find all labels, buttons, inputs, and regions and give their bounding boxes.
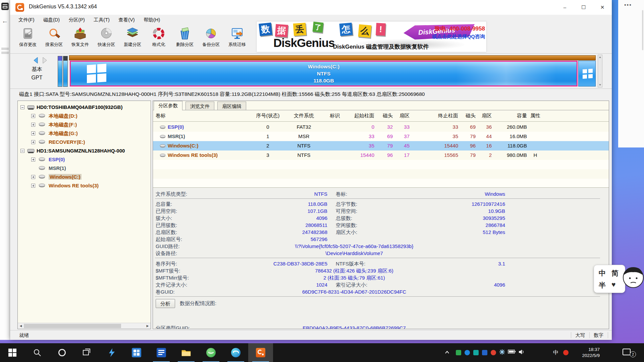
menu-disk[interactable]: 磁盘(D)	[40, 15, 63, 25]
back-arrow-icon: ←	[2, 17, 8, 25]
scroll-right-icon[interactable]: ►	[145, 323, 151, 329]
taskbar-app-diskgenius[interactable]	[248, 343, 273, 362]
partition-filesystem: NTFS	[71, 71, 577, 77]
action-center-button[interactable]: 2	[623, 348, 636, 357]
toolbar: 保存更改 搜索分区 恢复文件 快速分区 新建分区 格式化	[10, 25, 612, 54]
banner-tile: 数	[259, 22, 272, 36]
taskbar-clock[interactable]: 18:37 2022/5/9	[571, 347, 600, 359]
scrollbar	[642, 10, 643, 50]
tree-item-esp[interactable]: ESP(0)	[18, 155, 151, 164]
quick-partition-button[interactable]: 快速分区	[93, 25, 119, 53]
collapse-icon[interactable]	[20, 149, 24, 153]
tree-item-hd1[interactable]: HD1:SAMSUNGMZNLN128HAHQ-000	[18, 146, 151, 155]
taskbar-app-edge[interactable]	[223, 343, 248, 362]
expand-icon[interactable]	[31, 114, 35, 118]
clock-time: 18:37	[571, 347, 600, 353]
tray-volume[interactable]	[518, 349, 525, 356]
scrollbar-thumb[interactable]	[24, 324, 121, 328]
next-disk-arrow-icon[interactable]	[41, 57, 48, 64]
expand-icon[interactable]	[31, 175, 35, 179]
table-row-windows-re[interactable]: Windows RE tools(3) 3NTFS 154409617 1556…	[153, 150, 609, 160]
menu-view[interactable]: 查看(V)	[115, 15, 138, 25]
tree-item-local-d[interactable]: 本地磁盘(D:)	[18, 112, 151, 120]
decor-line	[1, 52, 9, 54]
tray-expand-button[interactable]	[443, 349, 451, 356]
expand-icon[interactable]	[31, 123, 35, 127]
toolbar-label: 系统迁移	[224, 42, 250, 48]
cortana-button[interactable]	[50, 343, 74, 362]
battery-icon	[508, 349, 516, 354]
tray-icon-snowflake[interactable]	[498, 349, 506, 356]
menu-tools[interactable]: 工具(T)	[90, 15, 113, 25]
backup-partition-button[interactable]: 备份分区	[198, 25, 224, 53]
partition-windows-re[interactable]	[578, 61, 596, 86]
tray-icon-green[interactable]	[455, 349, 462, 356]
recover-files-button[interactable]: 恢复文件	[67, 25, 93, 53]
taskbar-app-store[interactable]	[124, 343, 149, 362]
partition-strip-msr[interactable]	[63, 56, 68, 87]
table-row-esp[interactable]: ESP(0) 0FAT32 03233 336936 260.0MB	[153, 122, 609, 132]
windows-logo-icon	[583, 69, 593, 79]
start-button[interactable]	[0, 343, 25, 362]
tree-item-local-g[interactable]: 本地磁盘(G:)	[18, 129, 151, 138]
taskbar-app-word[interactable]	[149, 343, 174, 362]
delete-partition-button[interactable]: 删除分区	[172, 25, 198, 53]
tree-item-msr[interactable]: MSR(1)	[18, 164, 151, 173]
menu-file[interactable]: 文件(F)	[15, 15, 38, 25]
ad-banner[interactable]: 数 据 丢 了 怎 么 ! DiskGenius 致电: 400-008-995…	[257, 21, 486, 52]
partition-bar-area: 基本 GPT Windows(C:) NTFS 118.0GB	[10, 54, 612, 89]
partition-windows-c[interactable]: Windows(C:) NTFS 118.0GB	[70, 61, 578, 86]
menu-help[interactable]: 帮助(H)	[140, 15, 164, 25]
tab-sector-edit[interactable]: 扇区编辑	[217, 102, 246, 110]
taskbar-app-green-browser[interactable]	[199, 343, 223, 362]
tree-item-windows-c[interactable]: Windows(C:)	[18, 173, 151, 181]
banner-tagline: DiskGenius 磁盘管理及数据恢复软件	[333, 43, 429, 51]
tray-battery[interactable]	[508, 349, 515, 356]
new-partition-button[interactable]: 新建分区	[119, 25, 146, 53]
expand-icon[interactable]	[31, 140, 35, 144]
tree-item-windows-re[interactable]: Windows RE tools(3)	[18, 181, 151, 190]
tree-item-local-f[interactable]: 本地磁盘(F:)	[18, 120, 151, 129]
tray-icon-onedrive[interactable]	[481, 349, 488, 356]
search-partition-button[interactable]: 搜索分区	[41, 25, 67, 53]
partition-icon	[39, 114, 45, 118]
table-row-windows-c-selected[interactable]: Windows(C:) 2NTFS 357945 154409616 118.0…	[153, 141, 609, 150]
search-partition-icon	[47, 27, 61, 40]
expand-icon[interactable]	[31, 131, 35, 135]
tray-icon-blue-circle[interactable]	[464, 349, 471, 356]
save-changes-button[interactable]: 保存更改	[15, 25, 41, 53]
partition-icon	[39, 140, 45, 144]
tab-browse-files[interactable]: 浏览文件	[185, 102, 214, 110]
tab-partition-params[interactable]: 分区参数	[154, 101, 182, 110]
analyze-button[interactable]: 分析	[156, 299, 175, 308]
prev-disk-arrow-icon[interactable]	[32, 57, 40, 64]
tree-horizontal-scrollbar[interactable]: ◄ ►	[18, 323, 151, 329]
expand-icon[interactable]	[31, 184, 35, 188]
tray-icon-teal[interactable]	[472, 349, 480, 356]
menu-partition[interactable]: 分区(P)	[65, 15, 89, 25]
taskbar-app-explorer[interactable]	[174, 343, 199, 362]
scroll-left-icon[interactable]: ◄	[18, 323, 24, 329]
expand-icon[interactable]	[31, 158, 35, 162]
taskbar-app-lightning[interactable]	[99, 343, 124, 362]
format-button[interactable]: 格式化	[146, 25, 172, 53]
table-row-msr[interactable]: MSR(1) 1MSR 336937 357944 16.0MB	[153, 132, 609, 141]
collapse-icon[interactable]	[20, 105, 24, 109]
taskbar-search-button[interactable]	[25, 343, 50, 362]
partition-bar-scrollbar[interactable]	[598, 55, 602, 87]
task-view-button[interactable]	[74, 343, 99, 362]
tray-icon-red[interactable]	[490, 349, 497, 356]
status-bar: 就绪 大写 数字	[10, 330, 612, 340]
ime-indicator[interactable]: 中	[552, 349, 559, 356]
volume-details: 文件系统类型:NTFS卷标:Windows 总容量:118.0GB总字节数:12…	[153, 187, 609, 329]
close-button[interactable]: ✕	[593, 0, 612, 15]
tray-icon-sogou[interactable]	[562, 349, 570, 356]
partition-strip-esp[interactable]	[58, 56, 62, 87]
toolbar-label: 删除分区	[172, 42, 198, 48]
maximize-button[interactable]: ☐	[574, 0, 593, 15]
tree-item-recovery-e[interactable]: RECOVERY(E:)	[18, 138, 151, 146]
tree-item-hd0[interactable]: HD0:TOSHIBAMQ04ABF100(932GB)	[18, 103, 151, 112]
minimize-button[interactable]: –	[555, 0, 574, 15]
system-migration-button[interactable]: 系统迁移	[224, 25, 250, 53]
num-indicator: 数字	[594, 332, 603, 339]
